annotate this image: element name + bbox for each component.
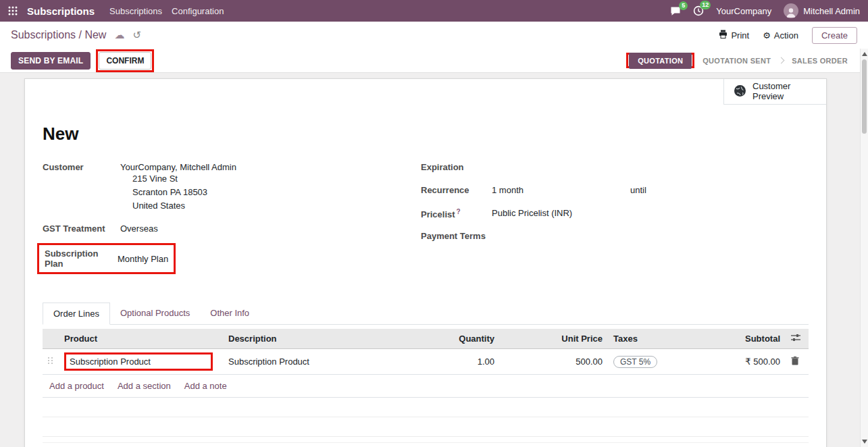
until-label: until: [630, 185, 646, 195]
order-lines-table: Product Description Quantity Unit Price …: [43, 329, 809, 375]
handle-column-header: [43, 329, 59, 349]
payment-terms-label: Payment Terms: [421, 231, 492, 241]
delete-cell: [786, 349, 809, 375]
scrollbar-thumb[interactable]: [862, 59, 867, 134]
gear-icon: ⚙: [763, 30, 771, 41]
action-label: Action: [774, 30, 798, 41]
customer-address: 215 Vine St Scranton PA 18503 United Sta…: [132, 172, 236, 213]
vertical-scrollbar[interactable]: [860, 49, 868, 447]
gst-treatment-label: GST Treatment: [43, 224, 120, 234]
address-line-3: United States: [132, 199, 236, 213]
app-name[interactable]: Subscriptions: [27, 5, 95, 17]
recurrence-field[interactable]: 1 month: [492, 185, 630, 195]
description-cell[interactable]: Subscription Product: [223, 349, 392, 375]
sheet-top-row: Customer Preview: [25, 79, 826, 105]
unit-price-column-header[interactable]: Unit Price: [500, 329, 608, 349]
chevron-right-icon: [778, 57, 785, 64]
status-quotation[interactable]: QUOTATION: [629, 53, 692, 69]
taxes-column-header[interactable]: Taxes: [608, 329, 689, 349]
quantity-cell[interactable]: 1.00: [392, 349, 500, 375]
pricelist-label: Pricelist?: [421, 208, 492, 219]
menu-configuration[interactable]: Configuration: [172, 6, 224, 16]
activities-icon[interactable]: 12: [693, 5, 704, 16]
subtotal-column-header[interactable]: Subtotal: [689, 329, 786, 349]
expiration-label: Expiration: [421, 162, 492, 172]
trash-icon[interactable]: [791, 357, 799, 365]
confirm-button[interactable]: CONFIRM: [99, 52, 151, 70]
confirm-highlight-box: CONFIRM: [96, 49, 154, 72]
statusbar-row: SEND BY EMAIL CONFIRM QUOTATION QUOTATIO…: [0, 49, 868, 73]
description-column-header[interactable]: Description: [223, 329, 392, 349]
gst-treatment-field[interactable]: Overseas: [120, 224, 158, 234]
taxes-cell: GST 5%: [608, 349, 689, 375]
drag-handle-icon[interactable]: [48, 357, 53, 365]
scroll-down-arrow-icon[interactable]: [862, 440, 867, 444]
drag-handle-cell: [43, 349, 59, 375]
tax-tag[interactable]: GST 5%: [613, 356, 657, 368]
print-button[interactable]: Print: [719, 30, 749, 41]
address-line-1: 215 Vine St: [132, 172, 236, 186]
subtotal-cell: ₹ 500.00: [689, 349, 786, 375]
customer-preview-button[interactable]: Customer Preview: [723, 79, 826, 105]
record-title: New: [43, 124, 809, 144]
printer-icon: [719, 30, 727, 41]
discard-undo-icon[interactable]: ↺: [132, 29, 141, 41]
add-a-note-link[interactable]: Add a note: [184, 381, 227, 391]
avatar: [784, 3, 798, 18]
add-a-section-link[interactable]: Add a section: [118, 381, 171, 391]
product-cell: Subscription Product: [59, 349, 223, 375]
customer-field[interactable]: YourCompany, Mitchell Admin: [120, 162, 236, 172]
status-sales-order[interactable]: SALES ORDER: [792, 57, 848, 65]
product-field[interactable]: Subscription Product: [70, 357, 151, 367]
menu-subscriptions[interactable]: Subscriptions: [109, 6, 162, 16]
top-navbar: Subscriptions Subscriptions Configuratio…: [0, 0, 868, 22]
action-button[interactable]: ⚙ Action: [763, 30, 798, 41]
messages-badge: 5: [679, 1, 688, 10]
company-switcher[interactable]: YourCompany: [716, 6, 771, 16]
status-quotation-sent[interactable]: QUOTATION SENT: [703, 57, 771, 65]
pricelist-label-text: Pricelist: [421, 209, 455, 219]
recurrence-label: Recurrence: [421, 185, 492, 195]
status-steps: QUOTATION QUOTATION SENT SALES ORDER: [626, 53, 848, 68]
tab-order-lines[interactable]: Order Lines: [43, 303, 110, 325]
send-by-email-button[interactable]: SEND BY EMAIL: [11, 52, 91, 70]
tab-other-info[interactable]: Other Info: [200, 303, 259, 324]
unit-price-cell[interactable]: 500.00: [500, 349, 608, 375]
quantity-column-header[interactable]: Quantity: [392, 329, 500, 349]
user-menu[interactable]: Mitchell Admin: [784, 3, 860, 18]
add-a-product-link[interactable]: Add a product: [49, 381, 104, 391]
table-header-row: Product Description Quantity Unit Price …: [43, 329, 809, 349]
optional-columns-icon[interactable]: [791, 334, 800, 342]
product-highlight-box: Subscription Product: [64, 352, 213, 371]
apps-grid-icon[interactable]: [8, 6, 18, 16]
empty-list-row: [43, 417, 809, 437]
subscription-plan-highlight-box: Subscription Plan Monthly Plan: [37, 243, 176, 274]
pricelist-field[interactable]: Public Pricelist (INR): [492, 208, 572, 218]
create-button[interactable]: Create: [812, 27, 857, 44]
messages-icon[interactable]: 5: [670, 6, 681, 16]
sheet-footer: Terms and conditions... Untaxed Amount: …: [43, 442, 809, 447]
customer-preview-label: Customer Preview: [752, 82, 800, 102]
control-panel: Subscriptions / New ☁ ↺ Print ⚙ Action C…: [0, 22, 868, 49]
tab-optional-products[interactable]: Optional Products: [110, 303, 200, 324]
scroll-up-arrow-icon[interactable]: [862, 52, 867, 56]
breadcrumb[interactable]: Subscriptions / New: [11, 29, 106, 41]
product-column-header[interactable]: Product: [59, 329, 223, 349]
print-label: Print: [731, 30, 749, 41]
globe-icon: [734, 84, 746, 99]
subscription-plan-field[interactable]: Monthly Plan: [118, 254, 168, 264]
order-line-row[interactable]: Subscription Product Subscription Produc…: [43, 349, 809, 375]
fields-grid: Customer YourCompany, Mitchell Admin 215…: [43, 162, 809, 282]
help-question-icon[interactable]: ?: [457, 208, 461, 215]
activities-badge: 12: [700, 1, 711, 9]
user-name: Mitchell Admin: [803, 6, 860, 16]
content-area: Customer Preview New Customer YourCompan…: [0, 73, 868, 447]
unsaved-cloud-icon[interactable]: ☁: [114, 29, 124, 41]
list-add-links: Add a product Add a section Add a note: [43, 375, 809, 398]
quotation-highlight-box: QUOTATION: [626, 53, 694, 68]
empty-list-row: [43, 398, 809, 417]
address-line-2: Scranton PA 18503: [132, 186, 236, 199]
form-sheet: Customer Preview New Customer YourCompan…: [24, 78, 827, 447]
subscription-plan-label: Subscription Plan: [45, 248, 118, 269]
optional-columns-header: [786, 329, 809, 349]
